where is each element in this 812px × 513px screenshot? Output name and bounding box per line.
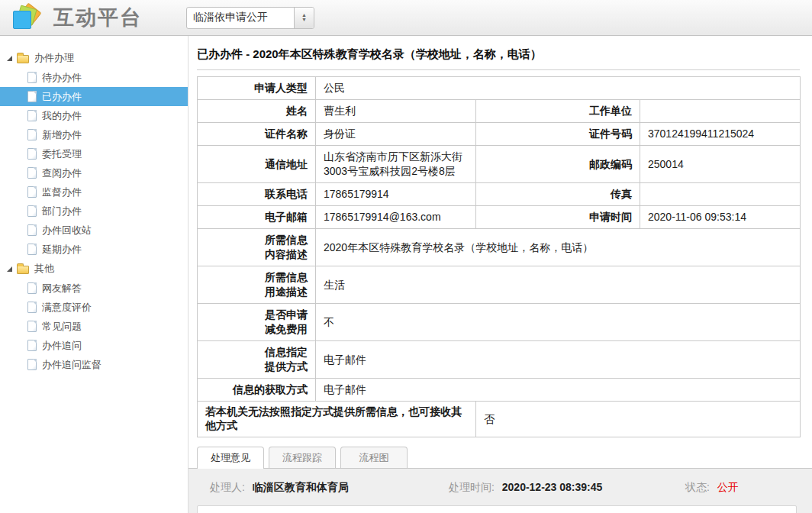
- tree-group-qita[interactable]: 其他: [0, 259, 188, 279]
- sidebar-item-huishouzhan[interactable]: 办件回收站: [0, 221, 188, 240]
- field-label: 联系电话: [198, 183, 316, 206]
- status-value: 公开: [717, 481, 739, 493]
- handle-time-label: 处理时间:: [449, 481, 495, 493]
- field-value: 生活: [316, 266, 801, 304]
- site-select-value: 临淄依申请公开: [187, 8, 294, 28]
- field-value: 17865179914: [316, 183, 476, 206]
- document-icon: [27, 205, 37, 217]
- field-label: 邮政编码: [476, 146, 640, 183]
- sidebar-item-weituo[interactable]: 委托受理: [0, 144, 188, 163]
- tab-bar: 处理意见 流程跟踪 流程图: [188, 447, 812, 469]
- field-label: 工作单位: [476, 100, 640, 123]
- table-row: 所需信息 用途描述 生活: [198, 266, 801, 304]
- folder-icon: [17, 266, 29, 274]
- main-content: 已办办件 - 2020年本区特殊教育学校名录（学校地址，名称，电话） 申请人类型…: [188, 36, 812, 513]
- field-value: 250014: [640, 146, 801, 183]
- table-row: 信息的获取方式 电子邮件: [198, 379, 801, 402]
- document-icon: [27, 359, 37, 370]
- app-logo-icon: [9, 2, 43, 33]
- sidebar-item-zhuiwen-jiandu[interactable]: 办件追问监督: [0, 355, 188, 374]
- field-label: 信息的获取方式: [198, 379, 316, 402]
- folder-icon: [17, 55, 29, 63]
- handle-time-field: 处理时间: 2020-12-23 08:39:45: [449, 481, 685, 495]
- sidebar-item-xinzeng[interactable]: 新增办件: [0, 125, 188, 144]
- table-row: 所需信息 内容描述 2020年本区特殊教育学校名录（学校地址，名称，电话）: [198, 229, 801, 266]
- opinion-panel: 处理人: 临淄区教育和体育局 处理时间: 2020-12-23 08:39:45…: [188, 469, 812, 513]
- field-label: 申请人类型: [198, 77, 316, 100]
- field-value: 曹生利: [316, 100, 476, 123]
- field-label: 申请时间: [476, 206, 640, 229]
- document-icon: [27, 91, 37, 102]
- document-icon: [27, 167, 37, 179]
- tab-handling-opinion[interactable]: 处理意见: [197, 447, 264, 469]
- field-label: 是否申请 减免费用: [198, 304, 316, 341]
- expand-triangle-icon[interactable]: [7, 56, 12, 61]
- field-value: [640, 183, 801, 206]
- field-value: 2020-11-06 09:53:14: [640, 206, 801, 229]
- field-value: 身份证: [316, 123, 476, 146]
- site-select[interactable]: 临淄依申请公开 ▲▼: [186, 7, 314, 29]
- handler-field: 处理人: 临淄区教育和体育局: [210, 481, 449, 495]
- status-label: 状态:: [685, 481, 710, 493]
- sidebar-item-jiandu[interactable]: 监督办件: [0, 182, 188, 202]
- field-label: 证件号码: [476, 123, 640, 146]
- status-field: 状态: 公开: [685, 481, 739, 495]
- sidebar-tree: 办件办理 待办办件 已办办件 我的办件 新增办件 委托受理 查阅办件 监督办件 …: [0, 36, 188, 513]
- document-icon: [27, 224, 37, 236]
- sidebar-item-yanqi[interactable]: 延期办件: [0, 240, 188, 259]
- sidebar-item-wode[interactable]: 我的办件: [0, 106, 188, 125]
- table-row: 姓名 曹生利 工作单位: [198, 100, 801, 123]
- tree-group-banjian[interactable]: 办件办理: [0, 48, 188, 68]
- sidebar-item-changjian[interactable]: 常见问题: [0, 317, 188, 336]
- sidebar-item-bumen[interactable]: 部门办件: [0, 202, 188, 221]
- field-value: 370124199411215024: [640, 123, 801, 146]
- table-row: 是否申请 减免费用 不: [198, 304, 801, 341]
- handle-time-value: 2020-12-23 08:39:45: [502, 481, 603, 493]
- sidebar-item-daiban[interactable]: 待办办件: [0, 68, 188, 87]
- application-detail-table: 申请人类型 公民 姓名 曹生利 工作单位 证件名称 身份证 证件号码 37012…: [197, 76, 801, 437]
- field-label: 证件名称: [198, 123, 316, 146]
- field-label: 通信地址: [198, 146, 316, 183]
- field-value: 山东省济南市历下区新泺大街3003号宝威科技园2号楼8层: [316, 146, 476, 183]
- tab-process-tracking[interactable]: 流程跟踪: [269, 447, 336, 468]
- document-icon: [27, 302, 37, 313]
- sidebar-item-manyidu[interactable]: 满意度评价: [0, 298, 188, 317]
- table-row: 若本机关无法按照指定方式提供所需信息，也可接收其他方式 否: [198, 402, 801, 437]
- document-icon: [27, 186, 37, 198]
- field-value: 电子邮件: [316, 341, 801, 379]
- table-row: 申请人类型 公民: [198, 77, 801, 100]
- document-icon: [27, 244, 37, 255]
- document-icon: [27, 148, 37, 160]
- sidebar-item-yiban[interactable]: 已办办件: [0, 87, 188, 106]
- app-title: 互动平台: [53, 4, 142, 31]
- field-value: 不: [316, 304, 801, 341]
- tab-flow-chart[interactable]: 流程图: [340, 447, 408, 468]
- field-label: 所需信息 内容描述: [198, 229, 316, 266]
- opinion-meta-row: 处理人: 临淄区教育和体育局 处理时间: 2020-12-23 08:39:45…: [188, 469, 812, 504]
- page-title: 已办办件 - 2020年本区特殊教育学校名录（学校地址，名称，电话）: [197, 47, 542, 60]
- field-label: 姓名: [198, 100, 316, 123]
- document-icon: [27, 282, 37, 294]
- sidebar-item-zhuiwen[interactable]: 办件追问: [0, 336, 188, 355]
- sidebar-item-chayue[interactable]: 查阅办件: [0, 163, 188, 182]
- document-icon: [27, 340, 37, 351]
- table-row: 信息指定 提供方式 电子邮件: [198, 341, 801, 379]
- reply-message: 我单位已于2020年12月1日通过电子邮件形式对此件进行了答复。: [197, 505, 797, 513]
- document-icon: [27, 129, 37, 140]
- field-value: [640, 100, 801, 123]
- field-value: 2020年本区特殊教育学校名录（学校地址，名称，电话）: [316, 229, 801, 266]
- expand-triangle-icon[interactable]: [7, 266, 12, 272]
- spinner-arrows-icon[interactable]: ▲▼: [294, 8, 314, 28]
- handler-value: 临淄区教育和体育局: [253, 481, 349, 493]
- field-value: 公民: [316, 77, 801, 100]
- sidebar-item-wangyou[interactable]: 网友解答: [0, 279, 188, 298]
- table-row: 通信地址 山东省济南市历下区新泺大街3003号宝威科技园2号楼8层 邮政编码 2…: [198, 146, 801, 183]
- document-icon: [27, 321, 37, 332]
- table-row: 电子邮箱 17865179914@163.com 申请时间 2020-11-06…: [198, 206, 801, 229]
- field-label: 信息指定 提供方式: [198, 341, 316, 379]
- field-value: 17865179914@163.com: [316, 206, 476, 229]
- app-header: 互动平台 临淄依申请公开 ▲▼: [0, 0, 812, 36]
- table-row: 联系电话 17865179914 传真: [198, 183, 801, 206]
- document-icon: [27, 110, 37, 121]
- table-row: 证件名称 身份证 证件号码 370124199411215024: [198, 123, 801, 146]
